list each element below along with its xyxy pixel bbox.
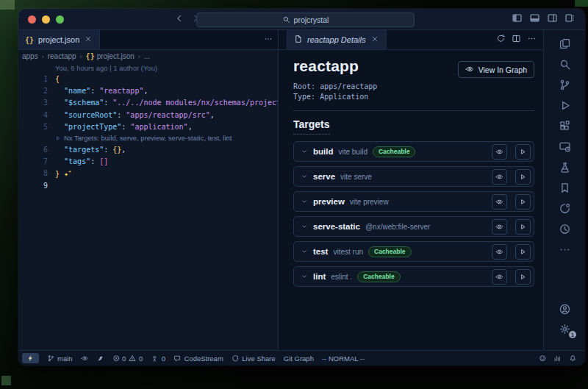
layout-sidebar-right-icon (547, 13, 558, 24)
activity-accounts[interactable] (556, 303, 573, 315)
target-row-preview[interactable]: previewvite preview (293, 191, 534, 212)
code-line: 6 "targets": {}, (18, 143, 278, 155)
status-live-share[interactable]: Live Share (232, 354, 276, 363)
target-command: vite build (338, 148, 367, 156)
chevron-down-icon[interactable] (301, 173, 308, 180)
smiley-icon (539, 354, 547, 363)
target-row-build[interactable]: buildvite buildCacheable (293, 141, 534, 162)
editor-action-refresh[interactable] (496, 33, 506, 46)
activity-additional-views[interactable] (556, 243, 573, 256)
search-icon (559, 58, 571, 71)
bookmark-icon (559, 182, 571, 194)
activity-remote-explorer[interactable] (556, 140, 573, 153)
status-label: 0 (162, 354, 165, 363)
breadcrumb-item[interactable]: ... (144, 52, 150, 60)
run-target-button[interactable] (515, 269, 531, 285)
title-bar: projcrystal (18, 9, 585, 30)
activity-explorer[interactable] (556, 38, 573, 50)
chevron-down-icon[interactable] (301, 148, 308, 155)
play-icon (519, 148, 527, 156)
toggle-secondary-sidebar-button[interactable] (547, 13, 558, 26)
nav-back-button[interactable] (175, 13, 184, 26)
activity-settings[interactable]: 1 (556, 323, 573, 335)
nx-targets-codelens[interactable]: Nx Targets: build, serve, preview, serve… (18, 133, 278, 143)
activity-source-control[interactable] (556, 79, 573, 91)
activity-extensions[interactable] (556, 120, 573, 132)
status-git-branch[interactable]: main (47, 354, 73, 363)
customize-layout-button[interactable] (564, 13, 576, 26)
run-target-button[interactable] (515, 144, 531, 160)
activity-run-and-debug[interactable] (556, 99, 573, 112)
target-row-serve[interactable]: servevite serve (293, 166, 534, 187)
status-stats[interactable] (553, 354, 562, 363)
line-number: 4 (18, 111, 48, 119)
eye-icon (495, 173, 503, 181)
meta-label: Type: (293, 93, 320, 101)
chevron-down-icon[interactable] (301, 273, 308, 280)
status-remote-indicator[interactable] (22, 353, 39, 364)
status-ports[interactable]: 0 (151, 354, 165, 363)
close-button[interactable] (28, 15, 36, 24)
chevron-down-icon[interactable] (301, 223, 308, 230)
editor-action-split-editor[interactable] (512, 33, 521, 46)
tab-reactapp-details[interactable]: reactapp Details (287, 30, 387, 49)
run-target-button[interactable] (515, 244, 531, 260)
status-vim-mode[interactable]: -- NORMAL -- (322, 354, 365, 363)
view-in-graph-button[interactable]: View In Graph (458, 61, 534, 78)
activity-gitlens[interactable] (556, 202, 573, 215)
breadcrumb-item[interactable]: reactapp (48, 52, 76, 60)
status-notifications[interactable] (569, 354, 577, 363)
run-target-button[interactable] (515, 169, 531, 185)
status-label: main (57, 354, 73, 363)
tab-close-button[interactable] (84, 35, 93, 45)
view-target-button[interactable] (492, 144, 507, 160)
status-problems[interactable]: 00 (112, 354, 143, 363)
status-feedback[interactable] (539, 354, 547, 363)
minimize-button[interactable] (42, 15, 50, 24)
view-target-button[interactable] (492, 244, 507, 260)
status-codestream[interactable]: CodeStream (173, 354, 223, 363)
view-target-button[interactable] (492, 194, 507, 210)
chevron-down-icon[interactable] (301, 248, 308, 255)
tab-bar-right: reactapp Details (279, 30, 543, 50)
activity-timeline[interactable] (556, 223, 573, 235)
code-line: 2 "name": "reactapp", (18, 85, 278, 96)
status-label: Live Share (242, 354, 275, 363)
activity-testing[interactable] (556, 161, 573, 174)
branch-icon (47, 354, 55, 363)
code-token (55, 157, 64, 165)
chevron-down-icon[interactable] (301, 198, 308, 205)
target-command: eslint . (331, 273, 352, 281)
view-target-button[interactable] (492, 169, 507, 185)
code-token: "tags" (64, 157, 90, 165)
activity-bookmarks[interactable] (556, 182, 573, 194)
git-codelens[interactable]: You, 6 hours ago | 1 author (You) (18, 63, 278, 73)
liveshare-icon (232, 354, 240, 363)
status-gitlens-blame-toggle[interactable] (81, 354, 89, 363)
target-row-serve-static[interactable]: serve-static@nx/web:file-server (293, 216, 534, 237)
cacheable-badge: Cacheable (357, 271, 401, 282)
breadcrumb-item[interactable]: apps (22, 52, 38, 60)
eye-icon (495, 248, 503, 256)
code-editor[interactable]: You, 6 hours ago | 1 author (You) 1{2 "n… (18, 63, 278, 350)
code-line: 3 "$schema": "../../node_modules/nx/sche… (18, 97, 278, 109)
run-target-button[interactable] (515, 219, 531, 235)
toggle-panel-button[interactable] (529, 13, 540, 26)
tab-overflow-button[interactable] (264, 30, 278, 49)
view-target-button[interactable] (492, 269, 507, 285)
target-row-test[interactable]: testvitest runCacheable (293, 241, 534, 262)
breadcrumb-item[interactable]: {}project.json (86, 52, 135, 60)
status-assistant[interactable] (96, 354, 104, 363)
status-git-graph[interactable]: Git Graph (284, 354, 314, 363)
activity-search[interactable] (556, 58, 573, 71)
command-center-search[interactable]: projcrystal (196, 13, 415, 27)
tab-close-button[interactable] (370, 35, 379, 45)
toggle-primary-sidebar-button[interactable] (512, 13, 523, 26)
run-target-button[interactable] (515, 194, 531, 210)
target-row-lint[interactable]: linteslint .Cacheable (293, 266, 534, 287)
editor-action-more-actions[interactable] (527, 33, 537, 46)
code-token: ✦ (68, 168, 71, 174)
view-target-button[interactable] (492, 219, 507, 235)
zoom-button[interactable] (56, 15, 64, 24)
tab-project-json[interactable]: {} project.json (18, 30, 100, 49)
